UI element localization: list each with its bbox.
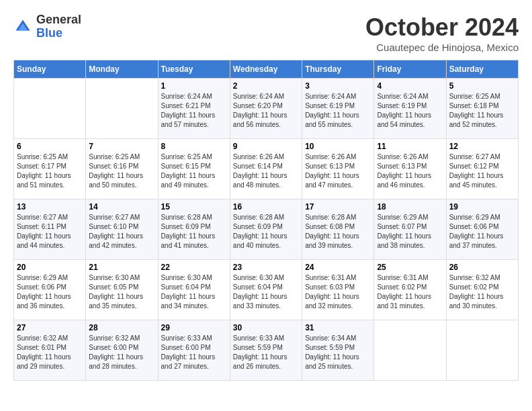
day-number: 8 (161, 142, 227, 151)
calendar-cell: 28Sunrise: 6:32 AM Sunset: 6:00 PM Dayli… (86, 320, 158, 381)
logo-icon (13, 17, 32, 36)
day-number: 12 (449, 142, 515, 151)
day-number: 20 (17, 263, 83, 272)
calendar-cell: 30Sunrise: 6:33 AM Sunset: 5:59 PM Dayli… (230, 320, 302, 381)
calendar-cell: 15Sunrise: 6:28 AM Sunset: 6:09 PM Dayli… (158, 199, 230, 260)
day-info: Sunrise: 6:28 AM Sunset: 6:08 PM Dayligh… (305, 213, 371, 250)
calendar-cell: 31Sunrise: 6:34 AM Sunset: 5:59 PM Dayli… (302, 320, 374, 381)
day-number: 14 (89, 202, 154, 212)
calendar-cell: 6Sunrise: 6:25 AM Sunset: 6:17 PM Daylig… (14, 139, 86, 199)
day-number: 21 (89, 263, 154, 272)
day-info: Sunrise: 6:27 AM Sunset: 6:11 PM Dayligh… (17, 213, 83, 250)
day-info: Sunrise: 6:25 AM Sunset: 6:18 PM Dayligh… (449, 92, 515, 130)
day-info: Sunrise: 6:24 AM Sunset: 6:20 PM Dayligh… (233, 92, 299, 130)
day-info: Sunrise: 6:26 AM Sunset: 6:14 PM Dayligh… (233, 152, 299, 190)
calendar-cell: 7Sunrise: 6:25 AM Sunset: 6:16 PM Daylig… (86, 139, 158, 199)
calendar-cell: 17Sunrise: 6:28 AM Sunset: 6:08 PM Dayli… (302, 199, 374, 260)
calendar-cell: 16Sunrise: 6:28 AM Sunset: 6:09 PM Dayli… (230, 199, 302, 260)
day-info: Sunrise: 6:32 AM Sunset: 6:01 PM Dayligh… (17, 334, 83, 371)
logo-general: General (36, 13, 81, 26)
day-info: Sunrise: 6:24 AM Sunset: 6:19 PM Dayligh… (305, 92, 371, 130)
day-number: 24 (305, 263, 371, 272)
calendar-cell: 29Sunrise: 6:33 AM Sunset: 6:00 PM Dayli… (158, 320, 230, 381)
calendar-cell: 25Sunrise: 6:31 AM Sunset: 6:02 PM Dayli… (374, 260, 446, 320)
day-info: Sunrise: 6:29 AM Sunset: 6:06 PM Dayligh… (17, 273, 83, 311)
calendar-cell: 22Sunrise: 6:30 AM Sunset: 6:04 PM Dayli… (158, 260, 230, 320)
day-info: Sunrise: 6:28 AM Sunset: 6:09 PM Dayligh… (161, 213, 227, 250)
calendar-cell: 19Sunrise: 6:29 AM Sunset: 6:06 PM Dayli… (446, 199, 518, 260)
calendar-week-row: 27Sunrise: 6:32 AM Sunset: 6:01 PM Dayli… (14, 320, 519, 381)
calendar-cell: 20Sunrise: 6:29 AM Sunset: 6:06 PM Dayli… (14, 260, 86, 320)
weekday-header: Tuesday (158, 60, 230, 79)
calendar-cell: 9Sunrise: 6:26 AM Sunset: 6:14 PM Daylig… (230, 139, 302, 199)
weekday-header: Saturday (446, 60, 518, 79)
day-info: Sunrise: 6:31 AM Sunset: 6:02 PM Dayligh… (377, 273, 443, 311)
weekday-header: Wednesday (230, 60, 302, 79)
day-info: Sunrise: 6:30 AM Sunset: 6:05 PM Dayligh… (89, 273, 154, 311)
day-info: Sunrise: 6:26 AM Sunset: 6:13 PM Dayligh… (305, 152, 371, 190)
day-number: 15 (161, 202, 227, 212)
day-info: Sunrise: 6:31 AM Sunset: 6:03 PM Dayligh… (305, 273, 371, 311)
day-info: Sunrise: 6:33 AM Sunset: 6:00 PM Dayligh… (161, 334, 227, 371)
day-info: Sunrise: 6:27 AM Sunset: 6:12 PM Dayligh… (449, 152, 515, 190)
weekday-header: Sunday (14, 60, 86, 79)
day-number: 25 (377, 263, 443, 272)
calendar-cell: 8Sunrise: 6:25 AM Sunset: 6:15 PM Daylig… (158, 139, 230, 199)
day-number: 18 (377, 202, 443, 212)
calendar-cell: 23Sunrise: 6:30 AM Sunset: 6:04 PM Dayli… (230, 260, 302, 320)
day-number: 26 (449, 263, 515, 272)
day-number: 31 (305, 323, 371, 332)
calendar-cell: 13Sunrise: 6:27 AM Sunset: 6:11 PM Dayli… (14, 199, 86, 260)
calendar-cell (14, 79, 86, 139)
calendar-cell: 1Sunrise: 6:24 AM Sunset: 6:21 PM Daylig… (158, 79, 230, 139)
logo-blue: Blue (36, 26, 62, 40)
day-number: 19 (449, 202, 515, 212)
day-info: Sunrise: 6:32 AM Sunset: 6:00 PM Dayligh… (89, 334, 154, 371)
calendar-cell: 26Sunrise: 6:32 AM Sunset: 6:02 PM Dayli… (446, 260, 518, 320)
day-number: 7 (89, 142, 154, 151)
day-info: Sunrise: 6:29 AM Sunset: 6:06 PM Dayligh… (449, 213, 515, 250)
day-info: Sunrise: 6:25 AM Sunset: 6:16 PM Dayligh… (89, 152, 154, 190)
day-number: 2 (233, 81, 299, 91)
calendar-cell: 27Sunrise: 6:32 AM Sunset: 6:01 PM Dayli… (14, 320, 86, 381)
weekday-header: Thursday (302, 60, 374, 79)
calendar-cell: 12Sunrise: 6:27 AM Sunset: 6:12 PM Dayli… (446, 139, 518, 199)
location: Cuautepec de Hinojosa, Mexico (365, 42, 519, 53)
calendar-week-row: 1Sunrise: 6:24 AM Sunset: 6:21 PM Daylig… (14, 79, 519, 139)
calendar-cell: 21Sunrise: 6:30 AM Sunset: 6:05 PM Dayli… (86, 260, 158, 320)
weekday-header: Friday (374, 60, 446, 79)
page-header: General Blue October 2024 Cuautepec de H… (13, 13, 519, 53)
calendar-week-row: 13Sunrise: 6:27 AM Sunset: 6:11 PM Dayli… (14, 199, 519, 260)
logo: General Blue (13, 13, 81, 40)
day-number: 1 (161, 81, 227, 91)
day-number: 6 (17, 142, 83, 151)
calendar-cell: 14Sunrise: 6:27 AM Sunset: 6:10 PM Dayli… (86, 199, 158, 260)
calendar-week-row: 6Sunrise: 6:25 AM Sunset: 6:17 PM Daylig… (14, 139, 519, 199)
day-number: 28 (89, 323, 154, 332)
day-number: 30 (233, 323, 299, 332)
day-number: 13 (17, 202, 83, 212)
calendar-cell: 18Sunrise: 6:29 AM Sunset: 6:07 PM Dayli… (374, 199, 446, 260)
day-info: Sunrise: 6:32 AM Sunset: 6:02 PM Dayligh… (449, 273, 515, 311)
calendar-cell: 2Sunrise: 6:24 AM Sunset: 6:20 PM Daylig… (230, 79, 302, 139)
day-number: 9 (233, 142, 299, 151)
calendar-cell: 24Sunrise: 6:31 AM Sunset: 6:03 PM Dayli… (302, 260, 374, 320)
day-number: 23 (233, 263, 299, 272)
day-number: 27 (17, 323, 83, 332)
calendar-cell: 11Sunrise: 6:26 AM Sunset: 6:13 PM Dayli… (374, 139, 446, 199)
day-number: 5 (449, 81, 515, 91)
calendar-cell: 4Sunrise: 6:24 AM Sunset: 6:19 PM Daylig… (374, 79, 446, 139)
calendar-cell: 3Sunrise: 6:24 AM Sunset: 6:19 PM Daylig… (302, 79, 374, 139)
title-block: October 2024 Cuautepec de Hinojosa, Mexi… (365, 13, 519, 53)
day-info: Sunrise: 6:27 AM Sunset: 6:10 PM Dayligh… (89, 213, 154, 250)
calendar-cell: 5Sunrise: 6:25 AM Sunset: 6:18 PM Daylig… (446, 79, 518, 139)
day-info: Sunrise: 6:24 AM Sunset: 6:19 PM Dayligh… (377, 92, 443, 130)
day-info: Sunrise: 6:25 AM Sunset: 6:17 PM Dayligh… (17, 152, 83, 190)
day-info: Sunrise: 6:24 AM Sunset: 6:21 PM Dayligh… (161, 92, 227, 130)
month-title: October 2024 (365, 13, 519, 42)
day-number: 3 (305, 81, 371, 91)
weekday-header: Monday (86, 60, 158, 79)
day-number: 10 (305, 142, 371, 151)
day-number: 16 (233, 202, 299, 212)
day-info: Sunrise: 6:30 AM Sunset: 6:04 PM Dayligh… (233, 273, 299, 311)
